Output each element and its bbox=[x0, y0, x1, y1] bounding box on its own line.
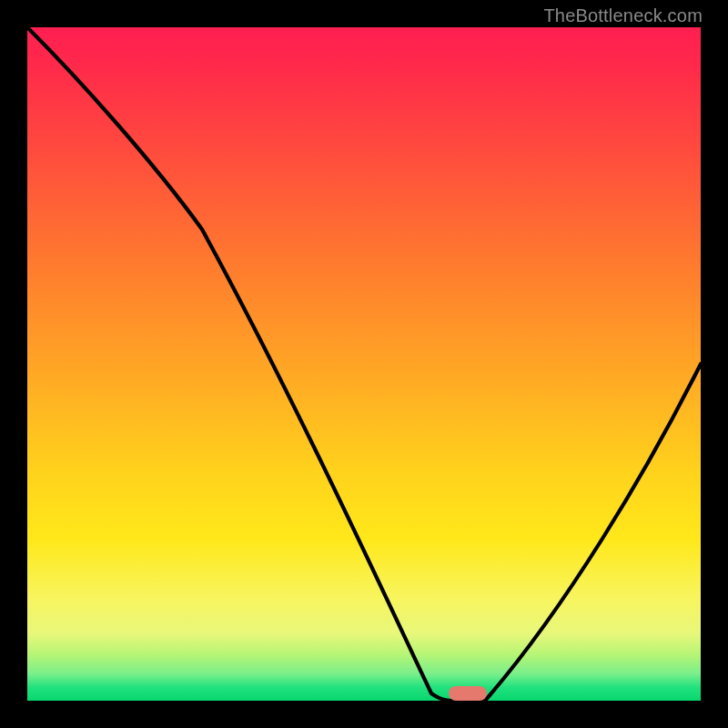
bottleneck-curve bbox=[27, 27, 701, 701]
watermark-text: TheBottleneck.com bbox=[543, 5, 703, 26]
plot-area bbox=[27, 27, 701, 701]
chart-frame: TheBottleneck.com bbox=[0, 0, 728, 728]
optimum-marker bbox=[449, 686, 487, 701]
